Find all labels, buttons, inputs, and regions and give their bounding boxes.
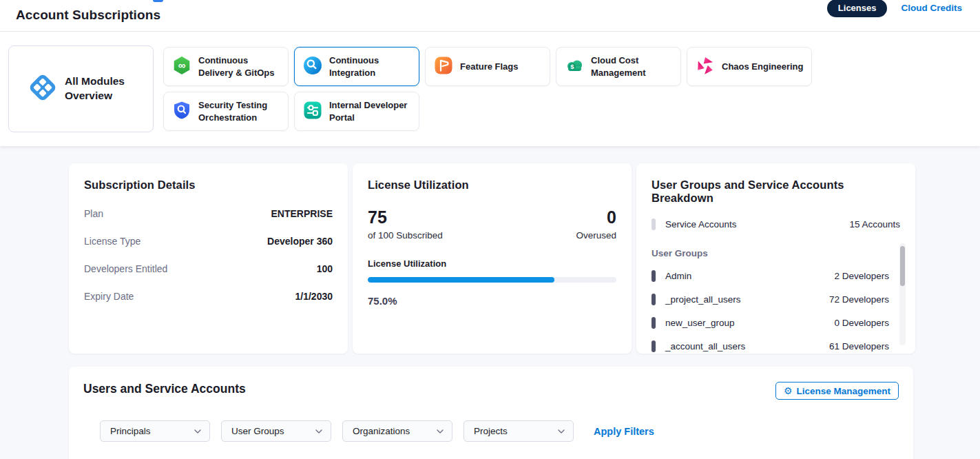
all-modules-overview-label: All Modules Overview — [65, 74, 143, 103]
group-row-new-user-group: new_user_group 0 Developers — [651, 317, 900, 329]
license-management-label: License Management — [796, 386, 890, 396]
subscription-row-plan: Plan ENTERPRISE — [84, 208, 333, 219]
row-label: Plan — [84, 208, 103, 219]
used-licenses-block: 75 of 100 Subscribed — [368, 208, 443, 241]
projects-dropdown[interactable]: Projects — [463, 420, 574, 442]
group-marker — [651, 294, 656, 305]
cd-gitops-icon: ∞ — [172, 56, 191, 78]
group-list-scrollbar[interactable] — [899, 243, 906, 345]
group-count: 2 Developers — [834, 271, 889, 281]
all-modules-icon — [27, 72, 59, 106]
feature-flags-icon — [434, 56, 453, 78]
module-selector-bar: All Modules Overview ∞ Continuous Delive… — [0, 32, 980, 146]
service-accounts-row: Service Accounts 15 Accounts — [651, 218, 900, 230]
tab-cloud-credits[interactable]: Cloud Credits — [901, 3, 962, 13]
filters-row: Principals User Groups Organizations Pro… — [100, 420, 654, 442]
group-count: 72 Developers — [829, 294, 889, 305]
overused-count: 0 — [576, 208, 616, 227]
svg-text:∞: ∞ — [178, 59, 186, 71]
group-marker — [651, 340, 656, 352]
chevron-down-icon — [437, 429, 444, 434]
subscription-details-title: Subscription Details — [84, 178, 333, 192]
module-chip-label: Continuous Integration — [329, 54, 412, 79]
module-chip-label: Cloud Cost Management — [591, 54, 674, 79]
module-chip-sto[interactable]: Security Testing Orchestration — [163, 92, 289, 131]
license-management-button[interactable]: ⚙ License Management — [775, 382, 899, 400]
user-groups-dropdown[interactable]: User Groups — [221, 420, 331, 442]
dropdown-label: User Groups — [231, 426, 284, 436]
service-accounts-marker — [651, 218, 656, 230]
utilization-progress-bar — [368, 277, 616, 283]
chevron-down-icon — [558, 429, 565, 434]
chaos-engineering-icon — [696, 56, 715, 78]
module-chips: ∞ Continuous Delivery & GitOps Continuou… — [163, 47, 941, 131]
module-chip-label: Internal Developer Portal — [329, 99, 412, 123]
summary-cards-row: Subscription Details Plan ENTERPRISE Lic… — [69, 163, 915, 354]
cloud-cost-icon: $ — [565, 56, 584, 78]
internal-developer-portal-icon — [303, 101, 322, 123]
account-subscriptions-page: Account Subscriptions Licenses Cloud Cre… — [0, 0, 980, 459]
user-groups-heading: User Groups — [651, 248, 900, 258]
group-name: new_user_group — [665, 318, 735, 328]
group-name: _project_all_users — [665, 294, 741, 305]
row-label: License Type — [84, 236, 140, 247]
service-accounts-count: 15 Accounts — [849, 219, 900, 229]
ci-icon — [303, 56, 322, 78]
row-value: ENTERPRISE — [271, 208, 333, 219]
used-count: 75 — [368, 208, 443, 227]
utilization-progress-fill — [368, 277, 554, 283]
used-caption: of 100 Subscribed — [368, 230, 443, 241]
module-chip-label: Continuous Delivery & GitOps — [198, 54, 281, 79]
dropdown-label: Projects — [474, 426, 508, 436]
subscription-row-license-type: License Type Developer 360 — [84, 236, 333, 247]
row-value: 100 — [317, 263, 333, 274]
license-utilization-title: License Utilization — [368, 178, 616, 192]
overused-caption: Overused — [576, 230, 616, 241]
group-count: 61 Developers — [829, 341, 889, 351]
tab-licenses[interactable]: Licenses — [827, 0, 888, 17]
subscription-details-card: Subscription Details Plan ENTERPRISE Lic… — [69, 163, 348, 354]
dropdown-label: Principals — [110, 426, 151, 436]
page-title: Account Subscriptions — [16, 8, 160, 23]
breakdown-card: User Groups and Service Accounts Breakdo… — [636, 163, 915, 354]
row-value: Developer 360 — [267, 236, 333, 247]
overused-block: 0 Overused — [576, 208, 616, 241]
group-row-admin: Admin 2 Developers — [651, 270, 900, 282]
module-chip-label: Security Testing Orchestration — [198, 99, 281, 123]
module-chip-label: Chaos Engineering — [722, 61, 803, 73]
module-chip-cd-gitops[interactable]: ∞ Continuous Delivery & GitOps — [163, 47, 289, 86]
row-label: Developers Entitled — [84, 263, 167, 274]
module-chip-idp[interactable]: Internal Developer Portal — [294, 92, 419, 131]
service-accounts-label: Service Accounts — [665, 219, 737, 229]
scrollbar-thumb[interactable] — [900, 246, 905, 286]
subscription-row-developers-entitled: Developers Entitled 100 — [84, 263, 333, 274]
license-utilization-card: License Utilization 75 of 100 Subscribed… — [353, 163, 632, 354]
principals-dropdown[interactable]: Principals — [100, 420, 210, 442]
utilization-bar-label: License Utilization — [368, 258, 616, 269]
group-name: Admin — [665, 271, 691, 281]
module-chip-ci[interactable]: Continuous Integration — [294, 47, 419, 86]
svg-text:$: $ — [570, 63, 574, 70]
group-row-account-all-users: _account_all_users 61 Developers — [651, 340, 900, 352]
module-chip-chaos[interactable]: Chaos Engineering — [687, 47, 812, 86]
module-chip-feature-flags[interactable]: Feature Flags — [425, 47, 550, 86]
gear-icon: ⚙ — [784, 386, 793, 396]
subscription-row-expiry-date: Expiry Date 1/1/2030 — [84, 291, 333, 302]
security-testing-icon — [172, 101, 191, 123]
module-chip-cloud-cost[interactable]: $ Cloud Cost Management — [556, 47, 681, 86]
chevron-down-icon — [315, 429, 322, 434]
organizations-dropdown[interactable]: Organizations — [342, 420, 452, 442]
utilization-percent: 75.0% — [368, 295, 616, 307]
all-modules-overview-card[interactable]: All Modules Overview — [8, 45, 154, 132]
module-chip-label: Feature Flags — [460, 61, 519, 73]
users-service-accounts-section: Users and Service Accounts ⚙ License Man… — [69, 367, 913, 459]
row-label: Expiry Date — [84, 291, 134, 302]
group-name: _account_all_users — [665, 341, 745, 351]
clipped-icon-fragment — [153, 0, 163, 2]
apply-filters-link[interactable]: Apply Filters — [594, 426, 654, 437]
chevron-down-icon — [194, 429, 201, 434]
group-marker — [651, 270, 656, 282]
group-marker — [651, 317, 656, 329]
row-value: 1/1/2030 — [295, 291, 333, 302]
group-count: 0 Developers — [834, 318, 889, 328]
